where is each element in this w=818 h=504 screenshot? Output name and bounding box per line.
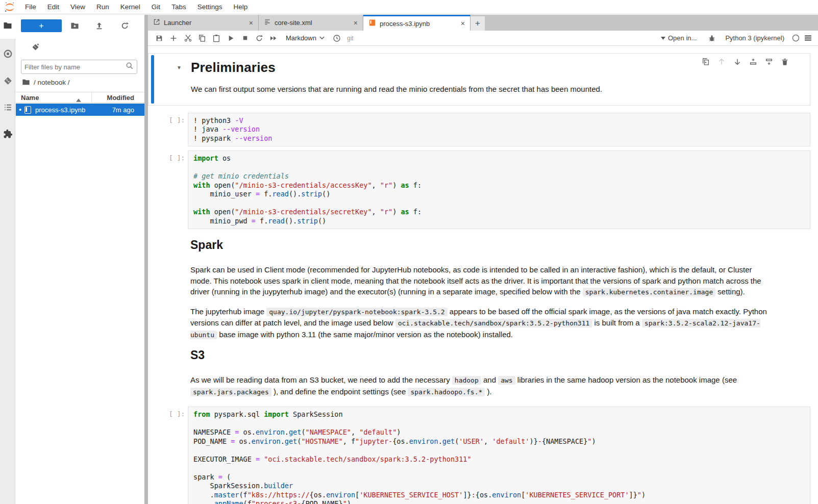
restart-kernel-icon[interactable] xyxy=(252,32,266,44)
insert-cell-above-icon[interactable] xyxy=(749,57,758,66)
markdown-paragraph: We can first output some versions that a… xyxy=(191,84,773,95)
run-cell-icon[interactable] xyxy=(224,32,238,44)
tab-launcher[interactable]: Launcher × xyxy=(148,15,259,31)
chevron-down-icon xyxy=(319,36,325,40)
menu-item-file[interactable]: File xyxy=(19,0,42,14)
add-cell-icon[interactable] xyxy=(166,32,181,44)
notebook-toolbar: Markdown git Open in... Python 3 (ipyker… xyxy=(148,31,818,46)
running-kernel-dot: • xyxy=(19,106,21,114)
tab-core-site-xml[interactable]: core-site.xml × xyxy=(259,15,363,31)
move-cell-down-icon[interactable] xyxy=(733,57,742,66)
sort-ascending-icon[interactable] xyxy=(76,96,81,104)
close-icon[interactable]: × xyxy=(346,19,358,27)
paste-cells-icon[interactable] xyxy=(209,32,224,44)
menu-item-kernel[interactable]: Kernel xyxy=(115,0,146,14)
markdown-paragraph: Spark can be used in Client mode (recomm… xyxy=(190,264,772,298)
notebook-file-icon xyxy=(24,106,31,114)
launcher-icon xyxy=(153,18,160,27)
menu-item-git[interactable]: Git xyxy=(146,0,166,14)
filter-files-input[interactable] xyxy=(24,63,126,71)
new-folder-icon[interactable] xyxy=(69,20,80,31)
cell-toolbar xyxy=(701,57,789,66)
git-toolbar-label: git xyxy=(347,35,354,42)
file-browser-panel: + / notebook / Name Modified • process-s… xyxy=(16,15,144,504)
menu-bar: File Edit View Run Kernel Git Tabs Setti… xyxy=(0,0,818,14)
code-editor[interactable]: from pyspark.sql import SparkSession NAM… xyxy=(188,407,810,504)
chevron-down-icon xyxy=(661,37,665,40)
file-list-header: Name Modified xyxy=(16,92,144,103)
close-icon[interactable]: × xyxy=(454,19,465,28)
input-prompt: [ ]: xyxy=(148,407,188,504)
close-icon[interactable]: × xyxy=(242,19,253,27)
heading-collapse-caret-icon[interactable]: ▼ xyxy=(177,65,182,70)
new-launcher-button[interactable]: + xyxy=(21,19,62,32)
kernel-status-icon[interactable] xyxy=(789,32,802,44)
git-icon[interactable] xyxy=(2,75,13,86)
insert-cell-below-icon[interactable] xyxy=(764,57,774,66)
tab-label: process-s3.ipynb xyxy=(380,20,430,28)
tab-process-s3-ipynb[interactable]: process-s3.ipynb × xyxy=(363,15,470,31)
running-sessions-icon[interactable] xyxy=(2,48,13,59)
menu-item-settings[interactable]: Settings xyxy=(192,0,228,14)
panel-resize-handle[interactable] xyxy=(144,15,148,504)
markdown-cell-s3[interactable]: S3 As we will be reading data from an S3… xyxy=(148,348,818,397)
open-in-dropdown[interactable]: Open in... xyxy=(661,34,697,42)
code-cell-spark-session: [ ]: from pyspark.sql import SparkSessio… xyxy=(148,407,810,504)
menu-item-help[interactable]: Help xyxy=(228,0,253,14)
code-editor[interactable]: import os # get minio credentialswith op… xyxy=(188,150,810,229)
refresh-icon[interactable] xyxy=(119,20,130,31)
restart-run-all-icon[interactable] xyxy=(266,32,281,44)
move-cell-up-icon[interactable] xyxy=(717,57,726,66)
notebook-icon xyxy=(368,19,376,28)
column-header-name[interactable]: Name xyxy=(21,94,39,102)
tab-label: Launcher xyxy=(164,19,191,27)
breadcrumb[interactable]: / notebook / xyxy=(22,78,70,86)
input-prompt: [ ]: xyxy=(148,113,188,147)
markdown-paragraph: The jupyterhub image quay.io/jupyter/pys… xyxy=(190,306,772,341)
save-icon[interactable] xyxy=(152,32,166,44)
file-browser-icon[interactable] xyxy=(2,20,13,31)
column-header-modified[interactable]: Modified xyxy=(107,94,134,102)
extensions-icon[interactable] xyxy=(2,128,13,139)
stop-kernel-icon[interactable] xyxy=(238,32,252,44)
copy-cells-icon[interactable] xyxy=(195,32,209,44)
markdown-heading: Spark xyxy=(190,238,808,252)
cell-type-dropdown[interactable]: Markdown xyxy=(281,34,330,42)
breadcrumb-path[interactable]: / notebook / xyxy=(34,79,70,86)
column-divider xyxy=(91,92,92,103)
menu-item-tabs[interactable]: Tabs xyxy=(166,0,192,14)
debugger-bug-icon[interactable] xyxy=(706,32,718,44)
markdown-heading: S3 xyxy=(190,348,808,362)
cell-type-value: Markdown xyxy=(286,34,316,42)
git-clone-icon[interactable] xyxy=(31,43,40,52)
cut-cells-icon[interactable] xyxy=(181,32,195,44)
file-row-process-s3[interactable]: • process-s3.ipynb 7m ago xyxy=(16,104,144,116)
markdown-cell-spark[interactable]: Spark Spark can be used in Client mode (… xyxy=(148,238,818,340)
folder-icon xyxy=(22,78,30,86)
menu-item-edit[interactable]: Edit xyxy=(42,0,65,14)
markdown-cell-preliminaries[interactable]: ▼ Prel xyxy=(148,53,810,106)
kernel-name[interactable]: Python 3 (ipykernel) xyxy=(725,34,784,42)
duplicate-cell-icon[interactable] xyxy=(701,57,710,66)
table-of-contents-icon[interactable] xyxy=(2,102,13,113)
new-tab-button[interactable]: + xyxy=(470,16,485,31)
delete-cell-icon[interactable] xyxy=(780,57,789,66)
input-prompt: [ ]: xyxy=(148,150,188,229)
execution-time-icon[interactable] xyxy=(330,32,344,44)
filter-files-input-wrap xyxy=(21,60,137,74)
notebook-menu-icon[interactable] xyxy=(802,32,814,44)
menu-item-view[interactable]: View xyxy=(65,0,91,14)
search-icon xyxy=(126,62,134,72)
menu-item-run[interactable]: Run xyxy=(91,0,115,14)
file-modified: 7m ago xyxy=(112,106,134,114)
cell-collapser-bar[interactable] xyxy=(151,55,154,104)
notebook-content: ▼ Prel xyxy=(148,46,818,504)
code-cell-minio-credentials: [ ]: import os # get minio credentialswi… xyxy=(148,150,810,229)
tab-label: core-site.xml xyxy=(275,19,312,27)
main-area: Launcher × core-site.xml × process-s3.ip… xyxy=(148,15,818,504)
upload-icon[interactable] xyxy=(94,20,104,31)
code-editor[interactable]: ! python3 -V! java --version! pyspark --… xyxy=(188,113,810,147)
file-name: process-s3.ipynb xyxy=(35,106,85,114)
open-in-label: Open in... xyxy=(668,34,697,42)
dock-tab-bar: Launcher × core-site.xml × process-s3.ip… xyxy=(148,15,818,31)
